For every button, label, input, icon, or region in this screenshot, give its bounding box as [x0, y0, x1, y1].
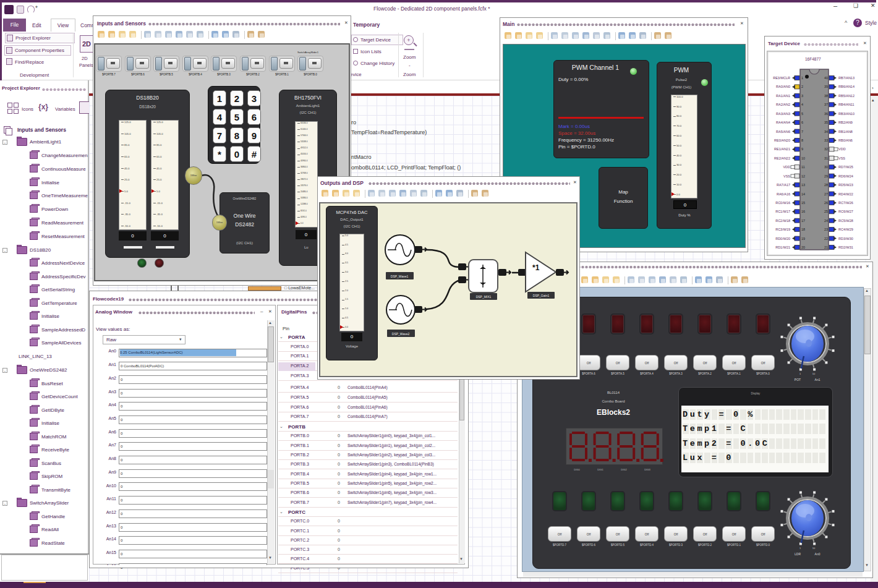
- svg-text:RD1/W21: RD1/W21: [775, 245, 790, 249]
- svg-text:23: 23: [824, 228, 828, 231]
- svg-text:RC1/W17: RC1/W17: [775, 210, 790, 213]
- svg-text:RC2/W18: RC2/W18: [775, 219, 790, 223]
- svg-text:12: 12: [801, 174, 805, 178]
- svg-text:RB1/AN8: RB1/AN8: [838, 130, 853, 134]
- svg-text:7: 7: [801, 130, 803, 134]
- svg-text:DSP_MIX1: DSP_MIX1: [476, 295, 492, 299]
- svg-text:RC4/W29: RC4/W29: [838, 228, 853, 231]
- svg-text:RD3/W30: RD3/W30: [838, 237, 853, 241]
- svg-text:32: 32: [824, 147, 828, 151]
- svg-text:RD5/W23: RD5/W23: [838, 183, 853, 187]
- svg-text:VDD: VDD: [783, 165, 790, 169]
- svg-text:17: 17: [801, 219, 805, 223]
- svg-text:40: 40: [824, 76, 828, 80]
- svg-text:RB6/AN14: RB6/AN14: [838, 85, 855, 88]
- svg-text:31: 31: [824, 156, 828, 160]
- svg-text:36: 36: [824, 112, 828, 116]
- svg-text:RD4/W22: RD4/W22: [838, 192, 853, 196]
- svg-text:2: 2: [801, 85, 803, 88]
- svg-text:1: 1: [801, 76, 803, 80]
- svg-text:RE3/MCLR: RE3/MCLR: [773, 76, 790, 80]
- svg-text:*1: *1: [532, 263, 540, 272]
- svg-text:39: 39: [824, 85, 828, 88]
- svg-text:26: 26: [824, 201, 828, 205]
- svg-text:RD2/W31: RD2/W31: [838, 245, 853, 249]
- svg-text:RB4/AN11: RB4/AN11: [838, 103, 855, 106]
- svg-text:RA6/A16: RA6/A16: [777, 192, 790, 196]
- svg-text:38: 38: [824, 94, 828, 98]
- svg-text:RC5/W28: RC5/W28: [838, 219, 853, 223]
- svg-text:RC0/W16: RC0/W16: [775, 201, 790, 205]
- svg-text:21: 21: [824, 245, 828, 249]
- svg-text:RB3/AN10: RB3/AN10: [838, 112, 855, 116]
- svg-text:27: 27: [824, 192, 828, 196]
- svg-text:37: 37: [824, 103, 828, 106]
- svg-text:4: 4: [801, 103, 803, 106]
- svg-text:RC7/W26: RC7/W26: [838, 201, 853, 205]
- svg-text:DSP_Wave1: DSP_Wave1: [391, 275, 409, 278]
- svg-text:DSP_Wave2: DSP_Wave2: [392, 332, 410, 336]
- svg-text:VSS: VSS: [838, 156, 845, 160]
- svg-text:16: 16: [801, 210, 805, 213]
- svg-text:RA7/A17: RA7/A17: [777, 183, 790, 187]
- svg-text:34: 34: [824, 130, 828, 134]
- svg-text:20: 20: [801, 245, 805, 249]
- svg-text:RA2/AN2: RA2/AN2: [776, 103, 790, 106]
- svg-text:RC6/W27: RC6/W27: [838, 210, 853, 213]
- svg-text:11: 11: [801, 165, 805, 169]
- svg-text:RA3/AN3: RA3/AN3: [776, 112, 790, 116]
- svg-text:35: 35: [824, 121, 828, 124]
- svg-text:14: 14: [801, 192, 805, 196]
- svg-text:RB0/AN6: RB0/AN6: [838, 138, 853, 142]
- svg-text:RB2/AN9: RB2/AN9: [838, 121, 853, 124]
- svg-text:6: 6: [801, 121, 803, 124]
- svg-text:3: 3: [801, 94, 803, 98]
- svg-text:RC3/W19: RC3/W19: [775, 228, 790, 231]
- svg-text:30: 30: [824, 165, 828, 169]
- svg-text:25: 25: [824, 210, 828, 213]
- svg-text:15: 15: [801, 201, 805, 205]
- svg-text:RE0/AN20: RE0/AN20: [774, 138, 790, 142]
- svg-text:19: 19: [801, 237, 805, 241]
- svg-text:RE2/AN22: RE2/AN22: [774, 156, 790, 160]
- svg-text:DSP_Gain1: DSP_Gain1: [533, 294, 550, 297]
- svg-text:8: 8: [801, 138, 803, 142]
- svg-text:VDD: VDD: [838, 147, 846, 151]
- svg-text:RA1/AN1: RA1/AN1: [776, 94, 790, 98]
- svg-text:9: 9: [801, 147, 803, 151]
- svg-text:RE1/AN21: RE1/AN21: [774, 147, 790, 151]
- svg-text:29: 29: [824, 174, 828, 178]
- svg-text:RB7/AN13: RB7/AN13: [838, 76, 855, 80]
- svg-text:10: 10: [801, 156, 805, 160]
- svg-text:33: 33: [824, 138, 828, 142]
- svg-text:RD6/W24: RD6/W24: [838, 174, 853, 178]
- svg-text:RB5/AN12: RB5/AN12: [838, 94, 855, 98]
- svg-text:24: 24: [824, 219, 828, 223]
- svg-text:RA4/AN4: RA4/AN4: [776, 121, 790, 124]
- svg-text:18: 18: [801, 228, 805, 231]
- svg-text:RD0/W20: RD0/W20: [775, 237, 790, 241]
- svg-text:RA0/AN0: RA0/AN0: [776, 85, 790, 88]
- svg-text:5: 5: [801, 112, 803, 116]
- svg-text:RA5/AN6: RA5/AN6: [776, 130, 790, 134]
- svg-text:28: 28: [824, 183, 828, 187]
- svg-text:22: 22: [824, 237, 828, 241]
- svg-text:RD7/W25: RD7/W25: [838, 165, 853, 169]
- svg-text:VSS: VSS: [783, 174, 790, 178]
- svg-text:13: 13: [801, 183, 805, 187]
